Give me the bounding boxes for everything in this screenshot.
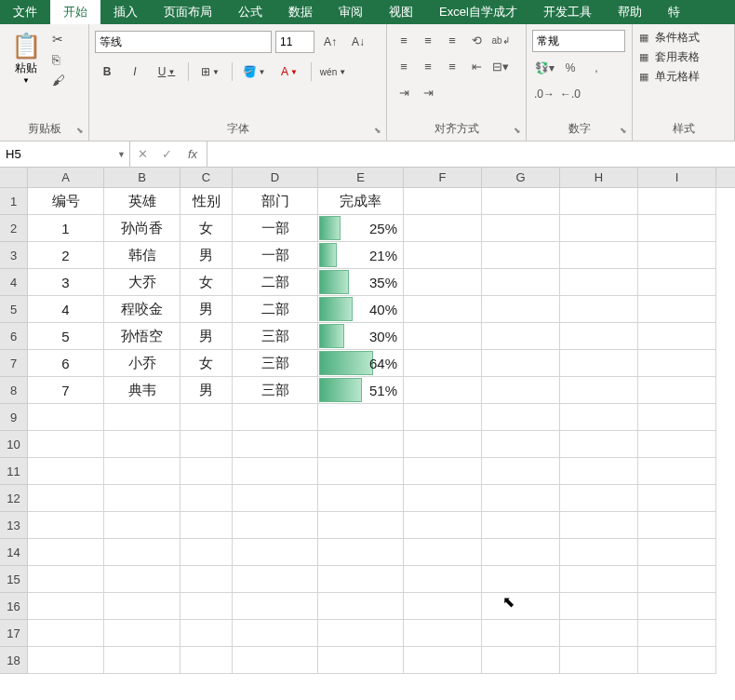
row-header[interactable]: 15 <box>0 566 28 593</box>
cell[interactable]: 一部 <box>233 215 318 242</box>
cell[interactable] <box>404 512 482 539</box>
italic-button[interactable]: I <box>123 60 147 84</box>
cell[interactable]: 典韦 <box>104 377 180 404</box>
cell[interactable] <box>560 242 638 269</box>
cell[interactable] <box>104 566 180 593</box>
decrease-decimal-icon[interactable]: ←.0 <box>558 84 582 104</box>
col-header-G[interactable]: G <box>482 168 560 187</box>
number-launcher-icon[interactable]: ⬊ <box>617 126 630 139</box>
fill-color-button[interactable]: 🪣▼ <box>238 60 270 84</box>
conditional-formatting-button[interactable]: ▦ 条件格式 <box>636 30 700 46</box>
cell[interactable]: 大乔 <box>104 269 180 296</box>
cell[interactable] <box>638 269 716 296</box>
tab-page-layout[interactable]: 页面布局 <box>151 0 225 24</box>
cell[interactable] <box>404 188 482 215</box>
cell[interactable] <box>104 647 180 674</box>
cell[interactable] <box>560 647 638 674</box>
chevron-down-icon[interactable]: ▼ <box>117 150 126 159</box>
cell[interactable] <box>482 512 560 539</box>
cell[interactable] <box>482 377 560 404</box>
cell[interactable] <box>233 404 318 431</box>
cell[interactable] <box>482 647 560 674</box>
cell[interactable] <box>28 431 104 458</box>
cell[interactable] <box>28 512 104 539</box>
tab-view[interactable]: 视图 <box>376 0 426 24</box>
cell[interactable] <box>482 593 560 620</box>
cell[interactable] <box>482 431 560 458</box>
comma-format-icon[interactable]: , <box>584 58 608 78</box>
cell[interactable] <box>104 620 180 647</box>
cell[interactable] <box>28 593 104 620</box>
col-header-D[interactable]: D <box>233 168 318 187</box>
cell[interactable]: 部门 <box>233 188 318 215</box>
cell[interactable] <box>404 215 482 242</box>
cell[interactable] <box>638 215 716 242</box>
cell[interactable] <box>638 242 716 269</box>
cell[interactable]: 2 <box>28 242 104 269</box>
cell[interactable] <box>560 296 638 323</box>
cell[interactable] <box>560 404 638 431</box>
row-header[interactable]: 6 <box>0 323 28 350</box>
cell[interactable] <box>104 539 180 566</box>
cell[interactable] <box>318 431 404 458</box>
row-header[interactable]: 12 <box>0 485 28 512</box>
cell[interactable] <box>560 269 638 296</box>
cell[interactable] <box>638 512 716 539</box>
cell[interactable]: 40% <box>318 296 404 323</box>
cell[interactable] <box>482 620 560 647</box>
select-all-corner[interactable] <box>0 168 28 188</box>
cell[interactable] <box>180 566 233 593</box>
cell[interactable] <box>560 377 638 404</box>
merge-cells-icon[interactable]: ⊟▾ <box>489 56 512 76</box>
cell[interactable] <box>404 539 482 566</box>
align-center-icon[interactable]: ≡ <box>417 56 439 76</box>
cell[interactable] <box>318 539 404 566</box>
cell[interactable] <box>104 593 180 620</box>
align-top-icon[interactable]: ≡ <box>393 30 415 50</box>
cell[interactable] <box>560 431 638 458</box>
cell[interactable] <box>28 404 104 431</box>
cell[interactable] <box>638 458 716 485</box>
cell[interactable] <box>482 215 560 242</box>
cell[interactable] <box>180 458 233 485</box>
cell[interactable] <box>638 647 716 674</box>
cell[interactable] <box>482 323 560 350</box>
cell[interactable] <box>404 242 482 269</box>
col-header-E[interactable]: E <box>318 168 404 187</box>
cell[interactable] <box>180 485 233 512</box>
cell[interactable] <box>482 296 560 323</box>
row-header[interactable]: 18 <box>0 647 28 674</box>
cell[interactable] <box>404 620 482 647</box>
alignment-launcher-icon[interactable]: ⬊ <box>511 126 524 139</box>
row-header[interactable]: 7 <box>0 350 28 377</box>
cell[interactable] <box>404 404 482 431</box>
tab-custom[interactable]: Excel自学成才 <box>426 0 530 24</box>
wrap-text-icon[interactable]: ab↲ <box>489 30 512 50</box>
cell[interactable] <box>180 539 233 566</box>
fx-button[interactable]: fx <box>179 141 207 167</box>
cell[interactable] <box>560 188 638 215</box>
name-box[interactable]: H5 ▼ <box>0 141 130 167</box>
cell[interactable]: 51% <box>318 377 404 404</box>
font-size-select[interactable] <box>275 31 314 53</box>
align-bottom-icon[interactable]: ≡ <box>441 30 463 50</box>
cell[interactable] <box>638 188 716 215</box>
tab-review[interactable]: 审阅 <box>326 0 376 24</box>
row-header[interactable]: 2 <box>0 215 28 242</box>
cell[interactable] <box>318 620 404 647</box>
clipboard-launcher-icon[interactable]: ⬊ <box>74 126 87 139</box>
cell[interactable]: 性别 <box>180 188 233 215</box>
cell[interactable] <box>180 431 233 458</box>
cell[interactable]: 三部 <box>233 377 318 404</box>
cell[interactable]: 男 <box>180 242 233 269</box>
tab-file[interactable]: 文件 <box>0 0 50 24</box>
cell[interactable] <box>28 620 104 647</box>
cell[interactable] <box>318 647 404 674</box>
increase-indent-icon[interactable]: ⇥ <box>393 82 415 102</box>
cell[interactable] <box>404 296 482 323</box>
cell[interactable]: 男 <box>180 296 233 323</box>
increase-font-icon[interactable]: A↑ <box>318 30 342 54</box>
cancel-icon[interactable]: ✕ <box>130 141 154 167</box>
cell[interactable] <box>638 566 716 593</box>
cell[interactable]: 程咬金 <box>104 296 180 323</box>
